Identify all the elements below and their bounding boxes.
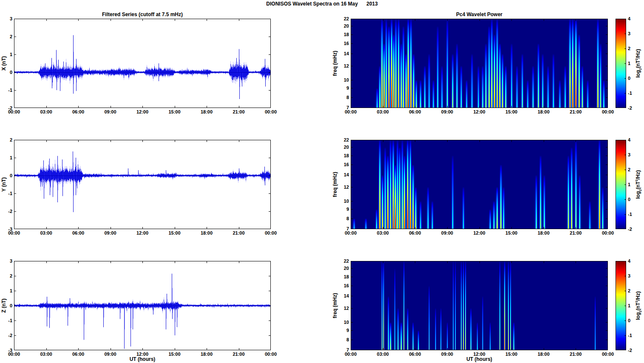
colorbar-tick-label: 2 <box>628 45 630 51</box>
colorbar-tick-label: 3 <box>628 273 630 279</box>
y-tick-label: -1 <box>0 318 12 323</box>
x-tick-label: 21:00 <box>570 230 582 236</box>
x-tick-label: 09:00 <box>441 109 453 115</box>
colorbar-tick-label: 4 <box>628 258 630 264</box>
x-tick-label: 18:00 <box>538 230 550 236</box>
x-tick-label: 03:00 <box>377 109 389 115</box>
freq-tick-label: 22 <box>336 16 349 22</box>
freq-tick-label: 8 <box>336 337 349 343</box>
freq-tick-label: 14 <box>336 172 349 178</box>
x-tick-label: 18:00 <box>201 351 213 357</box>
x-tick-label: 00:00 <box>265 230 277 236</box>
filtered-series-title: Filtered Series (cutoff at 7.5 mHz) <box>14 11 271 17</box>
freq-tick-label: 22 <box>336 137 349 143</box>
colorbar-tick-label: -2 <box>628 105 632 111</box>
cb-label-sup: 2 <box>635 58 638 60</box>
colorbar-tick-label: -1 <box>628 211 632 217</box>
freq-tick-label: 9 <box>336 206 349 212</box>
freq-tick-label: 7 <box>336 226 349 232</box>
y-tick-label: 3 <box>0 16 12 22</box>
x-tick-label: 03:00 <box>377 351 389 357</box>
colorbar-y <box>616 140 626 229</box>
y-tick-label: 0 <box>0 303 12 309</box>
colorbar-tick-label: 2 <box>628 288 630 294</box>
x-tick-label: 06:00 <box>72 230 84 236</box>
wavelet-y-spectrogram <box>351 140 608 229</box>
freq-tick-label: 8 <box>336 94 349 100</box>
freq-tick-label: 18 <box>336 274 349 280</box>
x-tick-label: 09:00 <box>104 351 116 357</box>
freq-tick-label: 20 <box>336 265 349 271</box>
x-tick-label: 12:00 <box>136 351 148 357</box>
cb-label-pre: log <box>635 191 641 199</box>
freq-tick-label: 14 <box>336 51 349 57</box>
y-tick-label: 3 <box>0 258 12 264</box>
freq-tick-label: 18 <box>336 31 349 37</box>
colorbar-tick-label: 4 <box>628 16 630 22</box>
cb-label-mid: (nT <box>635 182 641 190</box>
colorbar-tick-label: 0 <box>628 196 630 202</box>
y-tick-label: 2 <box>0 273 12 279</box>
x-tick-label: 09:00 <box>104 230 116 236</box>
colorbar-tick-label: -1 <box>628 332 632 338</box>
cb-label-sub: 2 <box>638 68 642 70</box>
x-tick-label: 12:00 <box>136 230 148 236</box>
freq-tick-label: 7 <box>336 105 349 111</box>
x-tick-label: 12:00 <box>473 230 485 236</box>
cb-label-post: /Hz) <box>635 170 641 179</box>
x-tick-label: 00:00 <box>602 351 614 357</box>
cb-label-post: /Hz) <box>635 291 641 301</box>
freq-tick-label: 9 <box>336 85 349 91</box>
cb-label-pre: log <box>635 312 641 320</box>
freq-tick-label: 20 <box>336 144 349 150</box>
x-tick-label: 06:00 <box>409 230 421 236</box>
freq-tick-label: 12 <box>336 184 349 190</box>
colorbar-label-3: log2(nT2/Hz) <box>635 291 642 320</box>
colorbar-label-2: log2(nT2/Hz) <box>635 170 642 199</box>
x-tick-label: 18:00 <box>201 109 213 115</box>
figure-title: DIONISOS Wavelet Spectra on 16 May 2013 <box>0 1 644 7</box>
freq-tick-label: 10 <box>336 77 349 83</box>
freq-tick-label: 7 <box>336 347 349 353</box>
colorbar-tick-label: 3 <box>628 31 630 37</box>
y-tick-label: -3 <box>0 347 12 353</box>
colorbar-tick-label: 0 <box>628 318 630 323</box>
cb-label-pre: log <box>635 70 641 78</box>
y-tick-label: -2 <box>0 105 12 111</box>
colorbar-z <box>616 261 626 350</box>
colorbar-label-1: log2(nT2/Hz) <box>635 49 642 78</box>
freq-tick-label: 20 <box>336 23 349 29</box>
freq-tick-label: 16 <box>336 40 349 46</box>
x-tick-label: 03:00 <box>40 351 52 357</box>
x-tick-label: 15:00 <box>168 230 180 236</box>
freq-tick-label: 22 <box>336 258 349 264</box>
wavelet-z-spectrogram <box>351 261 608 350</box>
x-tick-label: 03:00 <box>377 230 389 236</box>
colorbar-tick-label: 2 <box>628 167 630 173</box>
colorbar-tick-label: -2 <box>628 226 632 232</box>
freq-tick-label: 10 <box>336 198 349 204</box>
x-tick-label: 12:00 <box>136 109 148 115</box>
y-tick-label: -2 <box>0 208 12 214</box>
y-tick-label: 2 <box>0 137 12 143</box>
x-tick-label: 21:00 <box>233 230 244 236</box>
cb-label-post: /Hz) <box>635 49 641 58</box>
x-tick-label: 12:00 <box>473 109 485 115</box>
colorbar-tick-label: -2 <box>628 347 632 353</box>
y-tick-label: 1 <box>0 51 12 57</box>
x-tick-label: 21:00 <box>233 351 244 357</box>
y-tick-label: 0 <box>0 173 12 179</box>
colorbar-tick-label: 0 <box>628 75 630 81</box>
x-tick-label: 06:00 <box>72 109 84 115</box>
cb-label-mid: (nT <box>635 60 641 68</box>
colorbar-tick-label: 1 <box>628 60 630 66</box>
freq-tick-label: 9 <box>336 327 349 333</box>
y-tick-label: 0 <box>0 69 12 75</box>
x-tick-label: 18:00 <box>538 351 550 357</box>
x-tick-label: 21:00 <box>570 351 582 357</box>
x-tick-label: 06:00 <box>72 351 84 357</box>
x-tick-label: 15:00 <box>505 351 517 357</box>
x-tick-label: 00:00 <box>602 109 614 115</box>
wavelet-x-spectrogram <box>351 19 608 108</box>
x-tick-label: 21:00 <box>570 109 582 115</box>
